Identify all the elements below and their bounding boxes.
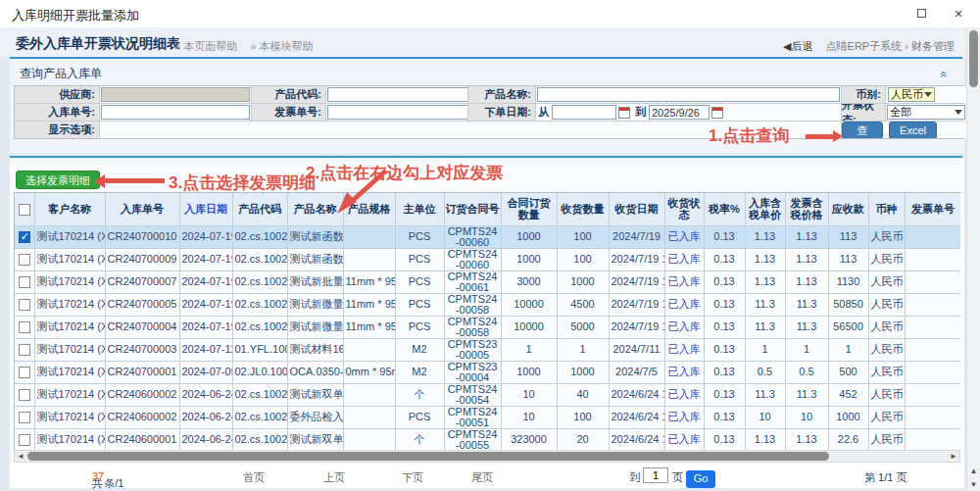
- table-cell: 10000: [501, 316, 557, 338]
- table-cell: 11.3: [745, 383, 785, 406]
- table-cell: 22.6: [828, 428, 868, 450]
- vertical-scrollbar[interactable]: ▲ ▼: [966, 27, 980, 491]
- table-cell: 1: [745, 338, 785, 361]
- module-help-link[interactable]: » 本模块帮助: [250, 40, 313, 52]
- search-button[interactable]: 查询: [842, 122, 883, 138]
- select-invoice-detail-button[interactable]: 选择发票明细: [16, 171, 100, 189]
- row-checkbox[interactable]: [19, 412, 30, 423]
- table-cell: M2: [395, 361, 444, 383]
- table-cell: 11.3: [785, 293, 828, 316]
- excel-button[interactable]: Excel: [889, 122, 937, 138]
- back-button[interactable]: ◀后退: [783, 40, 812, 52]
- table-cell: 1.13: [745, 248, 785, 270]
- table-cell: 02.cs.100244: [232, 428, 287, 450]
- table-cell: 0.13: [704, 316, 745, 338]
- scroll-down-icon[interactable]: ▼: [967, 480, 980, 489]
- table-cell: 1: [557, 338, 609, 361]
- scroll-right-icon[interactable]: ►: [948, 451, 959, 462]
- go-button[interactable]: Go: [686, 470, 715, 488]
- product-code-label: 产品代码:: [252, 86, 325, 103]
- row-checkbox[interactable]: [19, 299, 30, 311]
- table-cell: 40: [557, 383, 609, 406]
- supplier-input: [101, 87, 250, 102]
- table-cell: 已入库: [664, 270, 704, 293]
- table-cell: 02.cs.100241: [232, 225, 287, 248]
- row-checkbox[interactable]: [19, 434, 30, 446]
- table-cell: 5000: [557, 316, 609, 338]
- table-cell: 测试新批量领: [287, 270, 343, 293]
- annotation-arrow-diagonal-icon: [331, 167, 392, 216]
- table-cell: 测试170214 (XX): [34, 293, 105, 316]
- product-name-input[interactable]: [537, 87, 840, 102]
- table-cell: 02.JL0.10000: [232, 361, 287, 383]
- table-cell: CPMTS23-00004: [444, 361, 501, 383]
- horizontal-scrollbar[interactable]: ◄ ►: [14, 450, 960, 463]
- table-cell: 11.3: [745, 316, 785, 338]
- column-header: 订货合同号: [444, 193, 501, 225]
- collapse-panel-icon[interactable]: »: [937, 72, 951, 78]
- help-links: » 本页面帮助 » 本模块帮助: [174, 39, 322, 54]
- table-cell: 1.13: [785, 225, 828, 248]
- table-cell: 人民币: [868, 225, 905, 248]
- table-cell: 1.13: [745, 270, 785, 293]
- last-page-link[interactable]: 尾页: [471, 470, 493, 485]
- currency-select[interactable]: 人民币: [888, 87, 935, 102]
- table-cell: 2024/7/19: [609, 225, 664, 248]
- annotation-arrow-right-icon: [806, 132, 843, 141]
- table-cell: CR240700004: [105, 316, 179, 338]
- table-cell: 已入库: [664, 361, 704, 383]
- row-checkbox[interactable]: [19, 276, 30, 288]
- calendar-icon[interactable]: [618, 107, 630, 119]
- row-checkbox[interactable]: [19, 231, 30, 243]
- hscroll-thumb[interactable]: [27, 452, 829, 461]
- table-cell: 测试170214 (XX): [34, 225, 105, 248]
- scroll-left-icon[interactable]: ◄: [15, 451, 26, 462]
- table-cell: [343, 225, 395, 248]
- calendar-icon[interactable]: [711, 107, 723, 119]
- date-to-label: 到: [635, 105, 646, 120]
- column-header[interactable]: 入库日期: [179, 193, 232, 225]
- maximize-icon[interactable]: [913, 6, 929, 22]
- page-number-input[interactable]: [643, 467, 668, 483]
- row-checkbox[interactable]: [19, 321, 30, 333]
- product-code-input[interactable]: [327, 87, 467, 102]
- table-cell: 2024-06-24: [179, 406, 232, 428]
- table-cell: CPMTS24-00060: [444, 248, 501, 270]
- table-row: 测试170214 (XX)CR2407000052024-07-1902.cs.…: [15, 293, 960, 316]
- table-cell: OCA.0350-00: [287, 361, 343, 383]
- select-all-header: [15, 193, 34, 225]
- table-cell: 2024-07-19: [179, 270, 232, 293]
- table-cell: 0.13: [704, 248, 745, 270]
- table-cell: 500: [828, 361, 868, 383]
- receipt-no-input[interactable]: [101, 105, 250, 120]
- list-panel: 选择发票明细 客户名称入库单号入库日期产品代码产品名称产品规格主单位订货合同号合…: [10, 158, 964, 488]
- table-cell: 0.13: [704, 361, 745, 383]
- table-cell: 测试170214 (XX): [34, 361, 105, 383]
- first-page-link[interactable]: 首页: [243, 470, 265, 485]
- table-cell: 人民币: [868, 338, 905, 361]
- close-icon[interactable]: ×: [951, 6, 966, 22]
- scroll-up-icon[interactable]: ▲: [967, 466, 980, 475]
- page-help-link[interactable]: » 本页面帮助: [174, 40, 237, 52]
- table-cell: PCS: [395, 270, 444, 293]
- table-cell: 1000: [828, 406, 868, 428]
- row-checkbox[interactable]: [19, 344, 30, 356]
- row-checkbox[interactable]: [19, 367, 30, 378]
- row-checkbox[interactable]: [19, 389, 30, 401]
- date-to-input[interactable]: [649, 105, 710, 120]
- table-cell: [343, 383, 395, 406]
- invoice-no-input[interactable]: [327, 105, 467, 120]
- select-all-checkbox[interactable]: [19, 204, 30, 216]
- date-from-input[interactable]: [552, 105, 616, 120]
- prev-page-link[interactable]: 上页: [323, 470, 345, 485]
- invoice-status-select[interactable]: 全部: [887, 105, 965, 120]
- table-cell: PCS: [395, 293, 444, 316]
- table-cell: 10: [501, 383, 557, 406]
- row-checkbox[interactable]: [19, 254, 30, 266]
- next-page-link[interactable]: 下页: [402, 470, 423, 485]
- divider-rule-top: [10, 57, 962, 59]
- table-cell: 人民币: [868, 383, 905, 406]
- vscroll-thumb[interactable]: [969, 30, 978, 87]
- breadcrumb[interactable]: 点睛ERP子系统 › 财务管理: [826, 40, 955, 52]
- header-breadcrumb: ◀后退 点睛ERP子系统 › 财务管理: [783, 39, 955, 54]
